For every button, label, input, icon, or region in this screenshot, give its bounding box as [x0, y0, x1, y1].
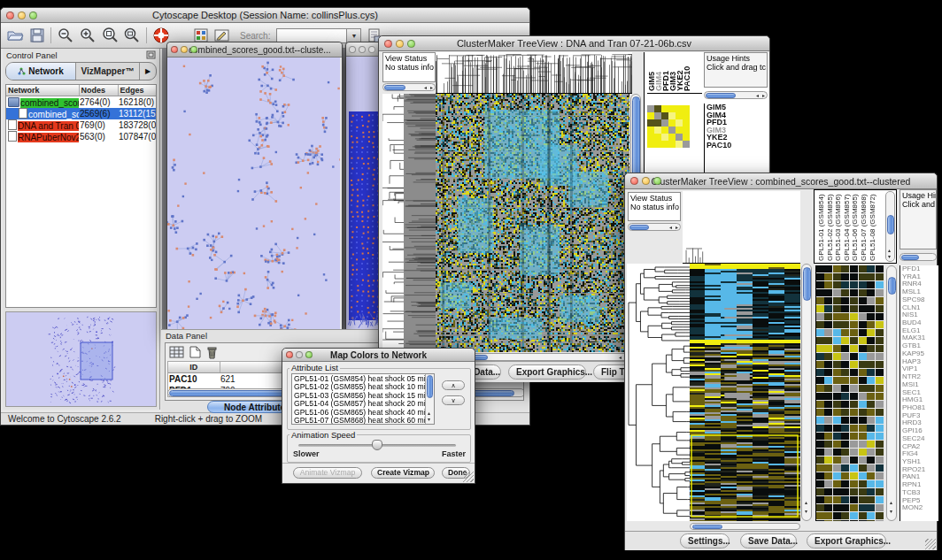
scroll-up-arrow[interactable]: ▴: [428, 410, 430, 417]
resize-grip[interactable]: [925, 539, 936, 549]
zoom-button[interactable]: [190, 46, 197, 53]
gene-label[interactable]: PAC10: [706, 142, 768, 150]
tv2-vscrollbar[interactable]: ▴ ▾: [801, 264, 812, 521]
col-header-nodes[interactable]: Nodes: [79, 85, 118, 96]
close-button[interactable]: [630, 177, 638, 185]
scroll-right-arrow[interactable]: ▸: [676, 225, 678, 231]
zoom-button[interactable]: [368, 46, 375, 53]
minimize-button[interactable]: [396, 40, 404, 48]
tv2-status-scrollbar[interactable]: ◂ ▸: [628, 223, 681, 231]
main-titlebar[interactable]: Cytoscape Desktop (Session Name: collins…: [1, 8, 529, 23]
delete-attribute-icon[interactable]: [206, 346, 218, 359]
network-overview-canvas[interactable]: [6, 312, 156, 406]
minimize-button[interactable]: [18, 12, 26, 19]
save-icon[interactable]: [30, 28, 44, 42]
column-label[interactable]: GPL51-02 (GSM855): [826, 192, 835, 261]
tab-overflow-arrow[interactable]: ▶: [140, 63, 156, 80]
scroll-left-arrow[interactable]: ◂: [424, 85, 427, 91]
move-down-button[interactable]: ∨: [442, 395, 465, 405]
gene-label[interactable]: MON2: [902, 504, 938, 512]
close-button[interactable]: [384, 40, 392, 48]
minimize-button[interactable]: [359, 46, 366, 53]
attribute-table-icon[interactable]: [169, 346, 184, 359]
data-col-id[interactable]: ID: [168, 362, 220, 373]
close-button[interactable]: [171, 46, 178, 53]
tv1-heatmap[interactable]: [436, 94, 629, 352]
tv2-row-dendrogram[interactable]: [627, 264, 690, 521]
column-label[interactable]: GPL51-01 (GSM854): [817, 192, 826, 261]
col-header-network[interactable]: Network: [6, 85, 79, 96]
tab-network[interactable]: Network: [6, 63, 76, 80]
scroll-down-arrow[interactable]: ▾: [890, 509, 892, 515]
tv1-column-dendrogram[interactable]: [436, 52, 632, 94]
tv2-zoom-vscrollbar[interactable]: ▴ ▾: [886, 265, 897, 521]
column-label[interactable]: GIM4: [654, 53, 661, 91]
tv2-label-vscrollbar[interactable]: ▴ ▾: [885, 191, 895, 262]
column-label[interactable]: PAC10: [683, 53, 690, 91]
animate-vizmap-button[interactable]: Animate Vizmap: [293, 467, 362, 479]
zoom-selected-icon[interactable]: [102, 27, 118, 43]
column-label[interactable]: GPL51-06 (GSM865): [851, 192, 860, 261]
help-ring-icon[interactable]: [153, 27, 169, 43]
column-label[interactable]: GPL51-08 (GSM872): [869, 192, 877, 261]
column-label[interactable]: GPL51-04 (GSM857): [843, 192, 852, 261]
settings-button[interactable]: Settings...: [680, 533, 730, 548]
zoom-out-icon[interactable]: [58, 27, 73, 43]
col-header-edges[interactable]: Edges: [118, 85, 157, 96]
column-label[interactable]: GPL51-07 (GSM868): [860, 192, 869, 261]
treeview1-titlebar[interactable]: ClusterMaker TreeView : DNA and Tran 07-…: [379, 36, 769, 51]
scroll-up-arrow[interactable]: ▴: [805, 500, 807, 506]
search-input[interactable]: ▼: [276, 28, 361, 43]
scroll-right-arrow[interactable]: ▸: [762, 93, 765, 99]
scroll-down-arrow[interactable]: ▾: [888, 254, 891, 260]
move-up-button[interactable]: ∧: [442, 380, 465, 390]
minimize-button[interactable]: [296, 351, 303, 358]
column-label[interactable]: YKE2: [676, 53, 683, 91]
attribute-list-vscrollbar[interactable]: ▴ ▾: [425, 374, 434, 424]
tv2-usage-scrollbar[interactable]: [900, 253, 937, 261]
tab-vizmapper[interactable]: VizMapper™: [76, 63, 140, 80]
close-button[interactable]: [286, 351, 293, 358]
float-panel-icon[interactable]: [146, 50, 156, 59]
dialog-titlebar[interactable]: Map Colors to Network: [282, 349, 475, 362]
search-dropdown-button[interactable]: ▼: [346, 29, 360, 42]
scroll-left-arrow[interactable]: ◂: [669, 225, 672, 231]
column-label[interactable]: GIM3: [668, 53, 676, 91]
scroll-down-arrow[interactable]: ▾: [428, 417, 430, 423]
tv1-row-dendrogram[interactable]: [382, 94, 436, 352]
resize-grip[interactable]: [463, 472, 474, 482]
zoom-button[interactable]: [305, 351, 313, 358]
zoom-button[interactable]: [29, 12, 37, 19]
attribute-item[interactable]: GPL51-07 (GSM868) heat shock 60 min: [294, 417, 432, 425]
save-data-button[interactable]: Save Data...: [740, 533, 797, 548]
tv1-usage-scrollbar[interactable]: ◂ ▸: [704, 91, 768, 99]
tv1-status-scrollbar[interactable]: ◂ ▸: [382, 83, 436, 91]
animation-speed-slider[interactable]: [298, 444, 456, 447]
scroll-up-arrow[interactable]: ▴: [890, 500, 892, 506]
minimize-button[interactable]: [642, 177, 650, 185]
create-vizmap-button[interactable]: Create Vizmap: [371, 467, 435, 479]
tv1-zoom-heatmap[interactable]: [647, 105, 690, 148]
column-label[interactable]: GPL51-03 (GSM856): [834, 192, 843, 261]
network-view-canvas[interactable]: [167, 58, 340, 331]
annotation-icon[interactable]: [214, 28, 230, 42]
attribute-listbox[interactable]: GPL51-01 (GSM854) heat shock 05 minGPL51…: [291, 373, 435, 425]
column-label[interactable]: GIM5: [647, 53, 654, 91]
zoom-fit-icon[interactable]: [124, 27, 140, 43]
tv2-heatmap[interactable]: [690, 264, 800, 521]
tv2-column-dendrogram[interactable]: [683, 191, 800, 264]
scroll-left-arrow[interactable]: ◂: [756, 93, 759, 99]
export-graphics-button[interactable]: Export Graphics...: [508, 364, 586, 380]
slider-thumb[interactable]: [372, 440, 382, 450]
network-row[interactable]: combined_sco 2569(6) 13112(15): [6, 108, 157, 119]
network-row[interactable]: DNA and Tran 07 769(0) 183728(0): [6, 119, 157, 131]
scroll-up-arrow[interactable]: ▴: [888, 248, 891, 254]
scroll-down-arrow[interactable]: ▾: [805, 509, 807, 515]
network-overview-panel[interactable]: [5, 311, 157, 407]
tv2-hscrollbar[interactable]: [690, 523, 800, 530]
new-attribute-icon[interactable]: [189, 346, 201, 359]
column-label[interactable]: PFD1: [661, 53, 668, 91]
zoom-button[interactable]: [407, 40, 415, 48]
tv2-zoom-heatmap[interactable]: [815, 265, 884, 521]
export-graphics-button[interactable]: Export Graphics...: [807, 533, 886, 548]
